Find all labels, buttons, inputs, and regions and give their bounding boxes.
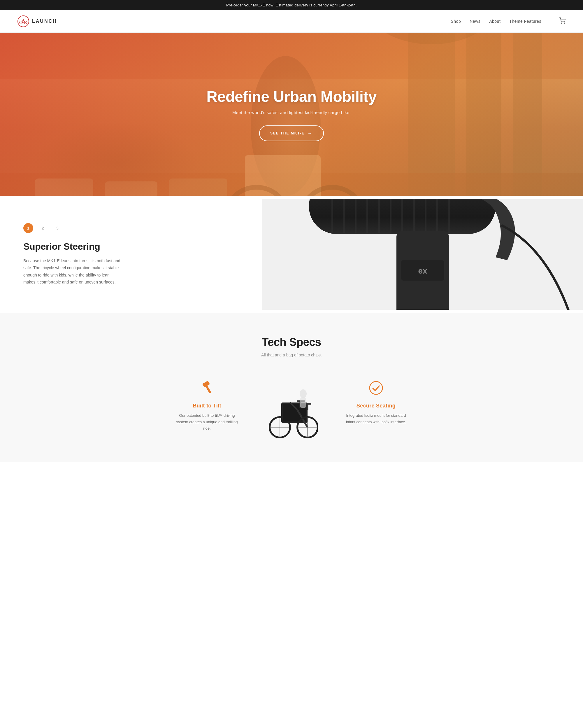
hero-cta-label: SEE THE MK1-E <box>270 131 305 135</box>
features-content: 1 2 3 Superior Steering Because the MK1-… <box>0 206 262 303</box>
logo-text: LAUNCH <box>32 19 57 24</box>
check-circle-icon <box>335 381 417 398</box>
hero-arrow-icon: → <box>308 131 313 136</box>
tech-specs-section: Tech Specs All that and a bag of potato … <box>0 313 583 462</box>
hero-cta-button[interactable]: SEE THE MK1-E → <box>259 125 324 141</box>
hammer-icon <box>166 381 248 398</box>
logo[interactable]: LAUNCH <box>18 16 57 27</box>
spec-secure-seating-desc: Integrated Isofix mount for standard inf… <box>344 412 408 425</box>
specs-grid: Built to Tilt Our patented built-to-tilt… <box>160 375 423 439</box>
step-indicators: 1 2 3 <box>23 223 245 233</box>
svg-rect-47 <box>205 385 211 393</box>
feature-title: Superior Steering <box>23 241 245 252</box>
handlebar-svg: ex <box>262 199 583 310</box>
step-2[interactable]: 2 <box>38 223 48 233</box>
nav-divider <box>550 18 550 24</box>
svg-text:ex: ex <box>418 266 427 275</box>
svg-point-11 <box>564 23 565 23</box>
spec-secure-seating: Secure Seating Integrated Isofix mount f… <box>329 375 423 431</box>
header: LAUNCH Shop News About Theme Features <box>0 10 583 33</box>
nav-news[interactable]: News <box>470 19 480 24</box>
spec-built-to-tilt: Built to Tilt Our patented built-to-tilt… <box>160 375 254 438</box>
logo-icon <box>18 16 29 27</box>
announcement-bar: Pre-order your MK1-E now! Estimated deli… <box>0 0 583 10</box>
svg-point-64 <box>370 382 383 394</box>
spec-built-to-tilt-title: Built to Tilt <box>166 403 248 409</box>
tech-specs-subtitle: All that and a bag of potato chips. <box>18 353 565 357</box>
spec-secure-seating-title: Secure Seating <box>335 403 417 409</box>
hero-content: Redefine Urban Mobility Meet the world's… <box>200 82 383 147</box>
nav-theme-features[interactable]: Theme Features <box>509 19 541 24</box>
nav-about[interactable]: About <box>489 19 500 24</box>
svg-line-4 <box>23 20 26 23</box>
svg-point-0 <box>18 16 29 27</box>
step-1[interactable]: 1 <box>23 223 33 233</box>
feature-description: Because the MK1-E leans into turns, it's… <box>23 257 122 286</box>
svg-point-10 <box>561 23 562 23</box>
tech-specs-title: Tech Specs <box>18 336 565 348</box>
hero-subtitle: Meet the world's safest and lightest kid… <box>206 110 377 115</box>
cart-button[interactable] <box>559 18 565 25</box>
nav-shop[interactable]: Shop <box>451 19 461 24</box>
announcement-text: Pre-order your MK1-E now! Estimated deli… <box>226 3 357 7</box>
hero-section: Redefine Urban Mobility Meet the world's… <box>0 33 583 196</box>
svg-point-62 <box>300 389 307 398</box>
main-nav: Shop News About Theme Features <box>451 18 565 25</box>
features-image: ex <box>262 199 583 310</box>
spec-built-to-tilt-desc: Our patented built-to-tilt™ driving syst… <box>175 412 239 432</box>
hero-title: Redefine Urban Mobility <box>206 88 377 105</box>
svg-rect-63 <box>300 397 306 408</box>
features-section: 1 2 3 Superior Steering Because the MK1-… <box>0 196 583 313</box>
step-3[interactable]: 3 <box>53 223 62 233</box>
bike-svg <box>265 375 318 439</box>
specs-bike-image <box>265 375 318 439</box>
